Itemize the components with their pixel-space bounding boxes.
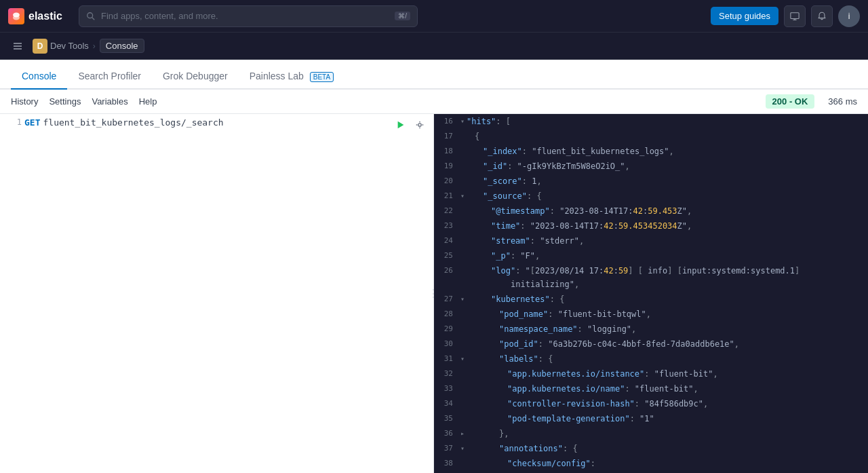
tab-painless-lab-label: Painless Lab: [250, 71, 304, 81]
wrench-icon: [415, 120, 425, 130]
result-line-number: 35: [434, 412, 458, 425]
monitor-icon: [790, 12, 800, 21]
hamburger-icon: [12, 41, 23, 52]
elastic-icon: [8, 8, 24, 24]
result-line: 35"pod-template-generation": "1": [434, 411, 868, 426]
result-line-number: 22: [434, 204, 458, 218]
tab-console[interactable]: Console: [11, 64, 67, 90]
tab-search-profiler[interactable]: Search Profiler: [67, 64, 152, 90]
drag-handle[interactable]: ⋮: [431, 114, 436, 473]
result-line-number: 38: [434, 457, 458, 470]
result-line-number: 26: [434, 264, 458, 278]
result-line-number: 25: [434, 249, 458, 263]
play-icon: [396, 120, 406, 130]
result-line: 20"_score": 1,: [434, 174, 868, 189]
http-method: GET: [24, 117, 40, 128]
result-line-number: 24: [434, 234, 458, 248]
result-line: 37▾"annotations": {: [434, 441, 868, 456]
search-icon: [86, 12, 96, 21]
main-content: 1 GET fluent_bit_kubernetes_logs/_search…: [0, 114, 868, 473]
result-line-content: "_source": {: [467, 189, 868, 203]
settings-button[interactable]: Settings: [49, 96, 81, 107]
breadcrumb-devtools-link[interactable]: Dev Tools: [50, 41, 89, 51]
result-line-number: 21: [434, 189, 458, 203]
result-line-content: "pod-template-generation": "1": [467, 412, 868, 425]
result-line-content: "app.kubernetes.io/instance": "fluent-bi…: [467, 367, 868, 381]
fold-indicator[interactable]: ▾: [458, 292, 467, 306]
svg-rect-4: [791, 12, 799, 18]
svg-marker-10: [398, 121, 404, 129]
user-avatar-button[interactable]: i: [838, 5, 860, 27]
result-line-number: 37: [434, 442, 458, 455]
result-line-content: "time": "2023-08-14T17:42:59.453452034Z"…: [467, 219, 868, 233]
variables-button[interactable]: Variables: [92, 96, 127, 107]
result-line: 34"controller-revision-hash": "84f586db9…: [434, 396, 868, 411]
result-line-content: "log": "[2023/08/14 17:42:59] [ info] [i…: [467, 264, 868, 291]
breadcrumb-d-item: D: [33, 39, 47, 54]
elastic-logo[interactable]: elastic: [8, 8, 62, 24]
result-line: 18"_index": "fluent_bit_kubernetes_logs"…: [434, 144, 868, 159]
svg-point-2: [87, 12, 93, 18]
line-number-1: 1: [5, 117, 22, 127]
result-line-content: },: [467, 427, 868, 440]
run-button[interactable]: [393, 117, 409, 133]
hamburger-menu-button[interactable]: [8, 37, 27, 56]
elastic-logo-text: elastic: [28, 10, 62, 22]
result-line-content: "_score": 1,: [467, 174, 868, 188]
result-line-content: {: [467, 130, 868, 143]
result-line-number: 33: [434, 382, 458, 396]
tab-search-profiler-label: Search Profiler: [78, 71, 141, 81]
global-search-bar[interactable]: Find apps, content, and more. ⌘/: [79, 5, 418, 27]
request-url[interactable]: fluent_bit_kubernetes_logs/_search: [43, 117, 223, 128]
result-line-number: 31: [434, 352, 458, 366]
result-line-content: "_id": "-gIk9YkBzTm5W8eO2iO_",: [467, 159, 868, 173]
result-line-content: "pod_name": "fluent-bit-btqwl",: [467, 307, 868, 321]
search-shortcut: ⌘/: [395, 12, 410, 20]
fold-indicator[interactable]: ▾: [458, 352, 467, 366]
svg-line-3: [92, 17, 95, 20]
tab-grok-debugger-label: Grok Debugger: [163, 71, 228, 81]
results-panel[interactable]: 16▾"hits": [17{18"_index": "fluent_bit_k…: [434, 114, 868, 473]
tab-painless-lab[interactable]: Painless Lab BETA: [239, 64, 344, 90]
top-navigation: elastic Find apps, content, and more. ⌘/…: [0, 0, 868, 33]
user-initials: i: [848, 12, 850, 21]
result-line-content: "annotations": {: [467, 442, 868, 455]
tab-bar: Console Search Profiler Grok Debugger Pa…: [0, 60, 868, 90]
fold-indicator[interactable]: ▾: [458, 442, 467, 455]
settings-wrench-button[interactable]: [412, 117, 428, 133]
result-line-content: "app.kubernetes.io/name": "fluent-bit",: [467, 382, 868, 396]
result-line-content: "_p": "F",: [467, 249, 868, 263]
result-line: 19"_id": "-gIk9YkBzTm5W8eO2iO_",: [434, 159, 868, 174]
result-line: 26"log": "[2023/08/14 17:42:59] [ info] …: [434, 263, 868, 292]
result-line-number: 19: [434, 159, 458, 173]
monitor-icon-button[interactable]: [784, 5, 806, 27]
fold-indicator[interactable]: ▾: [458, 189, 467, 203]
tab-grok-debugger[interactable]: Grok Debugger: [152, 64, 239, 90]
tab-console-label: Console: [22, 71, 56, 81]
breadcrumb-d-icon: D: [33, 39, 47, 54]
editor-action-icons: [393, 117, 428, 133]
breadcrumb-separator: ›: [93, 41, 96, 51]
status-badge: 200 - OK: [766, 94, 815, 109]
result-line: 17{: [434, 129, 868, 144]
result-line: 31▾"labels": {: [434, 352, 868, 366]
history-button[interactable]: History: [11, 96, 38, 107]
result-line-number: 23: [434, 219, 458, 233]
bell-icon-button[interactable]: [811, 5, 833, 27]
result-line: 21▾"_source": {: [434, 189, 868, 204]
result-line: 16▾"hits": [: [434, 114, 868, 129]
result-line-content: "labels": {: [467, 352, 868, 366]
fold-indicator[interactable]: ▸: [458, 427, 467, 440]
result-line-number: 30: [434, 337, 458, 351]
result-line-number: 32: [434, 367, 458, 381]
result-line-content: "stream": "stderr",: [467, 234, 868, 248]
editor-toolbar: History Settings Variables Help 200 - OK…: [0, 90, 868, 114]
help-button[interactable]: Help: [139, 96, 157, 107]
response-time-badge: 366 ms: [828, 96, 857, 107]
result-line-number: 18: [434, 145, 458, 158]
result-line-content: "checksum/config": "0136413bba21053fa142…: [467, 457, 868, 473]
nav-right-actions: Setup guides i: [711, 5, 860, 27]
fold-indicator[interactable]: ▾: [458, 115, 467, 128]
result-line-number: 17: [434, 130, 458, 143]
setup-guides-button[interactable]: Setup guides: [711, 7, 778, 25]
